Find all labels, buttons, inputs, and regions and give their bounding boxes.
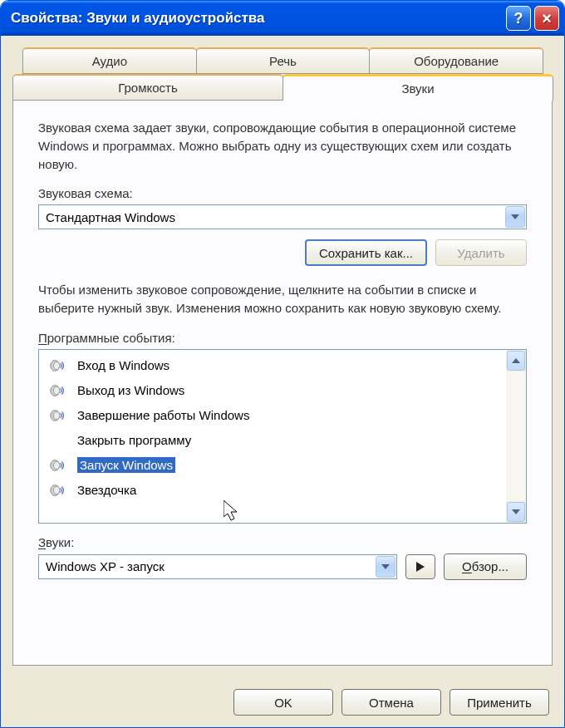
speaker-icon: [46, 456, 69, 475]
close-button[interactable]: ×: [534, 6, 559, 31]
chevron-up-icon: [512, 358, 520, 363]
help-button[interactable]: ?: [506, 6, 531, 31]
sounds-value: Windows XP - запуск: [46, 559, 376, 573]
play-button[interactable]: [405, 554, 435, 579]
svg-point-7: [53, 461, 59, 469]
scrollbar[interactable]: [506, 350, 526, 523]
list-item-label: Вход в Windows: [77, 358, 170, 372]
list-item[interactable]: Завершение работы Windows: [44, 403, 506, 428]
svg-point-1: [53, 362, 59, 369]
list-item[interactable]: Закрыть программу: [44, 428, 506, 453]
help-icon: ?: [514, 10, 523, 27]
sounds-label: Звуки:: [38, 535, 527, 549]
list-item-label: Выход из Windows: [77, 383, 184, 397]
dialog-window: Свойства: Звуки и аудиоустройства ? × Ау…: [0, 0, 565, 728]
tab-volume[interactable]: Громкость: [12, 74, 283, 101]
dialog-buttons: OK Отмена Применить: [1, 677, 564, 727]
speaker-icon: [46, 357, 69, 375]
speaker-icon: [46, 381, 69, 400]
list-item-label: Завершение работы Windows: [77, 408, 249, 422]
list-item-label: Запуск Windows: [77, 457, 175, 473]
events-description: Чтобы изменить звуковое сопровождение, щ…: [38, 281, 527, 317]
apply-button[interactable]: Применить: [450, 689, 549, 716]
speaker-icon: [46, 481, 69, 499]
scroll-down-button[interactable]: [507, 502, 525, 522]
scheme-label: Звуковая схема:: [38, 186, 527, 200]
window-title: Свойства: Звуки и аудиоустройства: [11, 10, 503, 27]
cancel-button[interactable]: Отмена: [341, 689, 441, 716]
play-icon: [416, 562, 425, 572]
events-list: Вход в WindowsВыход из WindowsЗавершение…: [39, 350, 506, 523]
list-item-label: Звездочка: [77, 483, 136, 497]
tab-sounds[interactable]: Звуки: [282, 74, 553, 101]
chevron-down-icon: [376, 556, 396, 578]
scroll-track[interactable]: [506, 371, 526, 501]
list-item[interactable]: Вход в Windows: [44, 353, 506, 378]
scheme-combobox[interactable]: Стандартная Windows: [38, 204, 527, 229]
list-item[interactable]: Запуск Windows: [44, 453, 506, 478]
sounds-combobox[interactable]: Windows XP - запуск: [38, 554, 397, 579]
client-area: Аудио Речь Оборудование Громкость Звуки …: [1, 36, 564, 677]
scroll-up-button[interactable]: [507, 351, 525, 371]
tab-hardware[interactable]: Оборудование: [369, 47, 543, 74]
svg-point-3: [53, 386, 59, 394]
browse-button[interactable]: Обзор...: [444, 553, 527, 580]
events-listbox[interactable]: Вход в WindowsВыход из WindowsЗавершение…: [38, 349, 527, 524]
list-item[interactable]: Звездочка: [44, 478, 506, 503]
ok-button[interactable]: OK: [233, 689, 333, 716]
list-item-label: Закрыть программу: [77, 433, 191, 447]
svg-point-9: [53, 486, 59, 494]
close-icon: ×: [542, 10, 552, 27]
chevron-down-icon: [512, 509, 520, 514]
scheme-value: Стандартная Windows: [46, 210, 505, 224]
titlebar[interactable]: Свойства: Звуки и аудиоустройства ? ×: [1, 1, 564, 36]
svg-point-5: [53, 411, 59, 419]
speaker-icon: [46, 406, 69, 425]
delete-button: Удалить: [435, 239, 527, 266]
tab-panel-sounds: Звуковая схема задает звуки, сопровождаю…: [12, 101, 553, 666]
scheme-description: Звуковая схема задает звуки, сопровождаю…: [38, 119, 527, 173]
chevron-down-icon: [505, 206, 525, 228]
tab-strip: Аудио Речь Оборудование Громкость Звуки: [12, 47, 553, 101]
save-as-button[interactable]: Сохранить как...: [305, 239, 427, 266]
tab-speech[interactable]: Речь: [196, 47, 371, 74]
tab-audio[interactable]: Аудио: [22, 47, 197, 74]
events-label: Программные события:: [38, 331, 527, 345]
list-item[interactable]: Выход из Windows: [44, 378, 506, 403]
